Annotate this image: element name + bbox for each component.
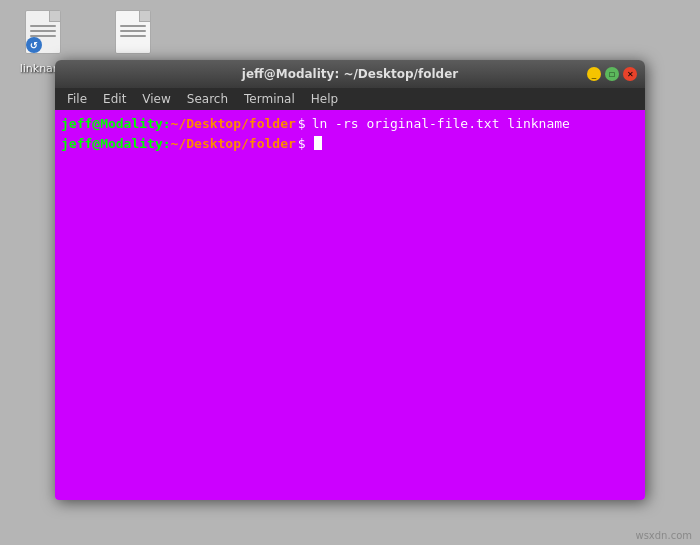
watermark: wsxdn.com xyxy=(635,530,692,541)
terminal-window[interactable]: jeff@Modality: ~/Desktop/folder _ □ ✕ Fi… xyxy=(55,60,645,500)
maximize-button[interactable]: □ xyxy=(605,67,619,81)
menu-edit[interactable]: Edit xyxy=(95,90,134,108)
prompt-dollar-2: $ xyxy=(298,134,306,154)
prompt-path-1: ~/Desktop/folder xyxy=(171,114,296,134)
terminal-content[interactable]: jeff@Modality:~/Desktop/folder $ln -rs o… xyxy=(55,110,645,500)
prompt-dollar-1: $ xyxy=(298,114,306,134)
terminal-line-1: jeff@Modality:~/Desktop/folder $ln -rs o… xyxy=(61,114,639,134)
menu-file[interactable]: File xyxy=(59,90,95,108)
menu-search[interactable]: Search xyxy=(179,90,236,108)
window-controls: _ □ ✕ xyxy=(587,67,637,81)
prompt-user-2: jeff@Modality xyxy=(61,134,163,154)
terminal-title: jeff@Modality: ~/Desktop/folder xyxy=(242,67,458,81)
symlink-badge: ↺ xyxy=(26,37,42,53)
menu-view[interactable]: View xyxy=(134,90,178,108)
prompt-colon-2: : xyxy=(163,134,171,154)
original-file-icon-img xyxy=(115,10,155,58)
prompt-colon-1: : xyxy=(163,114,171,134)
linkname-icon-img: ↺ xyxy=(25,10,65,58)
prompt-path-2: ~/Desktop/folder xyxy=(171,134,296,154)
minimize-button[interactable]: _ xyxy=(587,67,601,81)
menu-help[interactable]: Help xyxy=(303,90,346,108)
command-1: ln -rs original-file.txt linkname xyxy=(312,114,570,134)
menu-bar: File Edit View Search Terminal Help xyxy=(55,88,645,110)
menu-terminal[interactable]: Terminal xyxy=(236,90,303,108)
desktop: ↺ linkname original-file.txt jeff@Modali… xyxy=(0,0,700,545)
terminal-cursor xyxy=(314,136,322,150)
prompt-user-1: jeff@Modality xyxy=(61,114,163,134)
title-bar: jeff@Modality: ~/Desktop/folder _ □ ✕ xyxy=(55,60,645,88)
terminal-line-2: jeff@Modality:~/Desktop/folder $ xyxy=(61,134,639,154)
close-button[interactable]: ✕ xyxy=(623,67,637,81)
